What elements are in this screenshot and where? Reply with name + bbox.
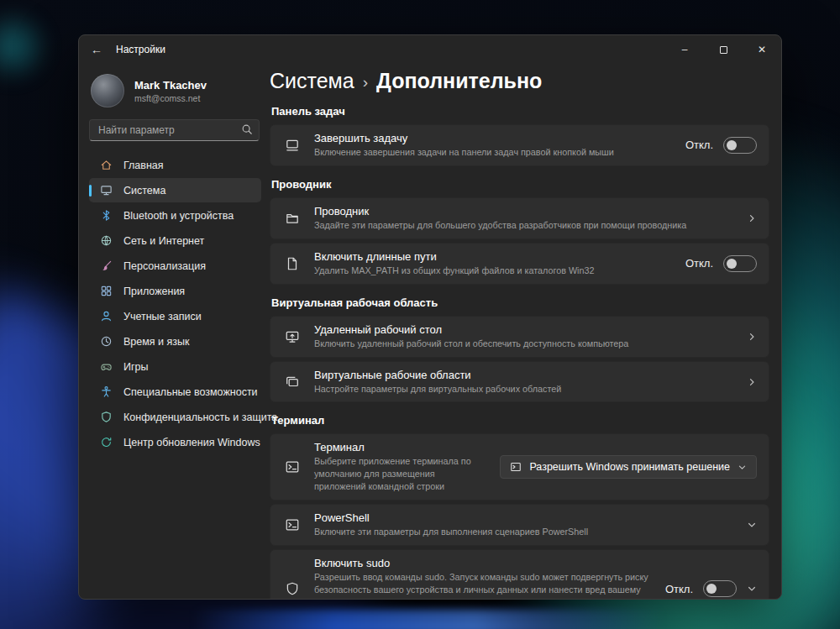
user-email: msft@comss.net <box>134 93 207 103</box>
user-card: Mark Tkachev msft@comss.net <box>89 71 261 116</box>
network-globe-icon <box>99 234 113 248</box>
section-terminal: Терминал Терминал Выберите приложение те… <box>270 414 769 599</box>
row-title: Проводник <box>314 205 735 218</box>
wallpaper-blue-band <box>193 609 664 629</box>
file-explorer-row[interactable]: Проводник Задайте эти параметры для боль… <box>270 197 769 239</box>
chevron-down-icon[interactable] <box>747 584 757 594</box>
toggle-knob <box>706 584 717 594</box>
wallpaper-corner-glow <box>0 8 50 84</box>
sidebar-item-label: Игры <box>123 361 148 373</box>
apps-grid-icon <box>99 285 113 298</box>
toggle-state-label: Откл. <box>665 583 693 595</box>
virtual-desktops-row[interactable]: Виртуальные рабочие области Настройте па… <box>270 361 769 403</box>
breadcrumb-separator-icon: › <box>363 73 368 92</box>
sudo-shield-icon <box>270 581 314 596</box>
remote-desktop-icon <box>270 329 314 344</box>
sidebar-nav: Главная Система Bluetooth и устройства С… <box>89 153 261 454</box>
windows-update-icon <box>99 436 113 449</box>
settings-window: ← Настройки – ✕ Mark Tkachev msft <box>78 34 782 600</box>
sidebar-item-label: Главная <box>123 160 164 171</box>
sidebar-item-label: Специальные возможности <box>123 386 258 398</box>
sidebar-item-windows-update[interactable]: Центр обновления Windows <box>89 430 261 454</box>
maximize-icon <box>720 46 727 54</box>
desktop-background: ← Настройки – ✕ Mark Tkachev msft <box>0 0 840 629</box>
sidebar-item-label: Персонализация <box>123 260 206 272</box>
back-button[interactable]: ← <box>79 35 114 64</box>
personalization-brush-icon <box>99 259 113 273</box>
row-description: Включение завершения задачи на панели за… <box>314 146 674 159</box>
sidebar-item-label: Время и язык <box>123 336 190 348</box>
toggle-knob <box>727 259 737 269</box>
minimize-button[interactable]: – <box>665 35 704 64</box>
row-title: Удаленный рабочий стол <box>314 323 735 336</box>
search-input[interactable] <box>89 119 260 141</box>
breadcrumb-parent[interactable]: Система <box>270 69 354 93</box>
long-paths-document-icon <box>270 256 314 271</box>
row-description: Выберите приложение терминала по умолчан… <box>314 455 488 493</box>
sidebar-item-accessibility[interactable]: Специальные возможности <box>89 380 261 404</box>
sidebar-item-bluetooth[interactable]: Bluetooth и устройства <box>89 203 261 228</box>
chevron-right-icon <box>747 213 757 223</box>
user-name: Mark Tkachev <box>134 79 207 92</box>
search-icon <box>241 123 253 139</box>
maximize-button[interactable] <box>704 35 743 64</box>
sidebar-item-label: Учетные записи <box>123 311 202 322</box>
chevron-right-icon <box>747 332 757 342</box>
section-title: Проводник <box>271 178 769 191</box>
sidebar-item-system[interactable]: Система <box>89 178 261 202</box>
chevron-right-icon <box>747 377 757 387</box>
end-task-row: Завершить задачу Включение завершения за… <box>270 124 769 166</box>
sidebar-item-accounts[interactable]: Учетные записи <box>89 304 261 328</box>
sidebar-item-apps[interactable]: Приложения <box>89 279 261 303</box>
toggle-knob <box>727 140 737 150</box>
sidebar-item-home[interactable]: Главная <box>89 153 261 177</box>
chevron-down-icon <box>738 463 747 472</box>
terminal-icon <box>270 459 314 474</box>
sidebar-item-label: Сеть и Интернет <box>123 235 204 247</box>
sidebar-item-network[interactable]: Сеть и Интернет <box>89 228 261 253</box>
section-title: Панель задач <box>271 105 769 118</box>
sidebar-item-time-language[interactable]: Время и язык <box>89 329 261 354</box>
virtual-desktops-icon <box>270 375 314 390</box>
bluetooth-icon <box>99 209 113 223</box>
toggle-state-label: Откл. <box>685 139 713 151</box>
row-description: Задайте эти параметры для большего удобс… <box>314 219 735 232</box>
chevron-down-icon <box>747 520 757 530</box>
long-paths-row: Включить длинные пути Удалить MAX_PATH и… <box>270 243 769 285</box>
sudo-toggle[interactable] <box>703 580 737 597</box>
search-box <box>89 119 260 141</box>
selected-indicator <box>89 185 92 197</box>
row-title: Завершить задачу <box>314 132 674 144</box>
powershell-row[interactable]: PowerShell Включите эти параметры для вы… <box>270 504 769 546</box>
sidebar-item-privacy[interactable]: Конфиденциальность и защита <box>89 405 261 429</box>
row-description: Настройте параметры для виртуальных рабо… <box>314 383 735 396</box>
section-explorer: Проводник Проводник Задайте эти параметр… <box>270 178 769 285</box>
long-paths-toggle[interactable] <box>723 255 757 272</box>
remote-desktop-row[interactable]: Удаленный рабочий стол Включить удаленны… <box>270 316 769 358</box>
row-title: Терминал <box>314 441 488 453</box>
minimize-icon: – <box>682 44 688 55</box>
section-title: Терминал <box>271 414 769 427</box>
row-description: Включить удаленный рабочий стол и обеспе… <box>314 338 735 350</box>
avatar <box>91 74 124 107</box>
accounts-person-icon <box>99 310 113 323</box>
section-virtual-workspace: Виртуальная рабочая область Удаленный ра… <box>270 296 769 403</box>
sidebar-item-gaming[interactable]: Игры <box>89 354 261 379</box>
close-button[interactable]: ✕ <box>743 35 781 64</box>
sidebar-item-label: Система <box>123 185 165 197</box>
sidebar-item-personalization[interactable]: Персонализация <box>89 254 261 278</box>
terminal-default-row: Терминал Выберите приложение терминала п… <box>270 433 769 501</box>
terminal-default-dropdown[interactable]: Разрешить Windows принимать решение <box>500 455 757 479</box>
sidebar-item-label: Центр обновления Windows <box>123 437 260 448</box>
sidebar-item-label: Конфиденциальность и защита <box>123 411 277 423</box>
end-task-toggle[interactable] <box>723 137 757 154</box>
system-icon <box>99 184 113 197</box>
section-taskbar: Панель задач Завершить задачу Включение … <box>270 105 769 166</box>
breadcrumb: Система › Дополнительно <box>270 69 769 93</box>
row-description: Разрешить ввод команды sudo. Запуск кома… <box>314 571 654 599</box>
toggle-state-label: Откл. <box>685 257 713 270</box>
window-title: Настройки <box>116 44 165 55</box>
gaming-gamepad-icon <box>99 360 113 374</box>
terminal-app-icon <box>510 461 522 473</box>
sidebar: Mark Tkachev msft@comss.net Главная <box>79 64 270 599</box>
